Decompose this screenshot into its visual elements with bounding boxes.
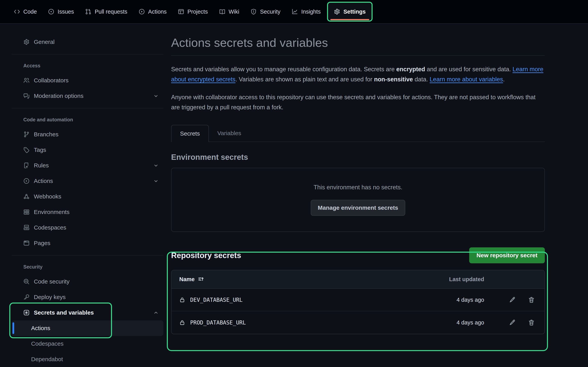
name-column-header[interactable]: Name [179,276,430,283]
sidebar-subitem-actions[interactable]: Actions [12,320,163,336]
webhook-icon [23,193,30,200]
nav-item-actions[interactable]: Actions [133,0,172,23]
sidebar-item-codespaces[interactable]: Codespaces [12,220,163,235]
intro-text: data. [413,76,430,83]
sidebar-item-label: Branches [34,131,59,138]
selected-indicator-bar [12,322,14,334]
page-title: Actions secrets and variables [171,36,545,50]
sidebar-item-code-security[interactable]: Code security [12,274,163,289]
nav-label: Security [260,8,280,15]
sidebar-subitem-dependabot[interactable]: Dependabot [12,351,163,367]
nav-label: Wiki [229,8,239,15]
delete-secret-button[interactable] [528,319,535,326]
nav-item-projects[interactable]: Projects [172,0,214,23]
git-pull-request-icon [85,8,91,15]
sidebar-item-label: Secrets and variables [34,309,94,316]
sidebar-item-label: Rules [34,162,49,169]
intro-text: . Variables are shown as plain text and … [235,76,374,83]
comment-discussion-icon [23,93,30,99]
nav-item-security[interactable]: Security [245,0,286,23]
intro-bold-encrypted: encrypted [396,66,425,73]
sidebar-item-label: Codespaces [31,340,64,347]
nav-label: Issues [58,8,74,15]
people-icon [23,77,30,83]
secret-updated: 4 days ago [430,319,484,326]
name-header-label: Name [179,276,195,283]
sidebar-divider [12,255,163,256]
last-updated-column-header: Last updated [430,276,484,283]
sidebar-item-label: Pages [34,240,50,246]
sidebar-item-branches[interactable]: Branches [12,127,163,142]
issue-opened-icon [48,8,54,15]
intro-text: Secrets and variables allow you to manag… [171,66,396,73]
sidebar-item-label: Codespaces [34,224,66,231]
sidebar-item-general[interactable]: General [12,34,163,50]
sidebar-item-label: Code security [34,278,69,285]
sidebar-item-moderation-options[interactable]: Moderation options [12,88,163,104]
play-circle-icon [23,178,30,184]
nav-item-code[interactable]: Code [8,0,42,23]
sidebar-divider [12,108,163,108]
server-icon [23,209,30,215]
collaborator-paragraph: Anyone with collaborator access to this … [171,92,545,112]
delete-secret-button[interactable] [528,297,535,303]
code-icon [14,8,20,15]
sidebar-item-label: Actions [34,178,53,184]
sidebar-item-label: Collaborators [34,77,69,84]
tab-secrets[interactable]: Secrets [171,125,209,142]
settings-sidebar: General Access Collaborators Moderation … [12,33,163,367]
nav-item-wiki[interactable]: Wiki [214,0,245,23]
sidebar-item-deploy-keys[interactable]: Deploy keys [12,289,163,305]
sidebar-item-label: Webhooks [34,193,61,200]
table-icon [178,8,184,15]
repo-push-icon [23,162,30,168]
secret-row-dev-database-url: DEV_DATABASE_URL 4 days ago [172,289,545,311]
link-variables[interactable]: Learn more about variables [430,76,503,83]
tab-variables[interactable]: Variables [209,125,250,142]
secrets-variables-tabs: Secrets Variables [171,125,545,142]
nav-item-insights[interactable]: Insights [286,0,326,23]
sidebar-item-tags[interactable]: Tags [12,142,163,158]
secret-name-cell: PROD_DATABASE_URL [179,319,430,326]
row-actions [484,319,537,326]
trash-icon [528,297,535,303]
sidebar-item-secrets-and-variables[interactable]: Secrets and variables [12,305,163,320]
nav-item-settings[interactable]: Settings [327,2,372,22]
new-repository-secret-button[interactable]: New repository secret [469,247,545,263]
environment-secrets-empty-box: This environment has no secrets. Manage … [171,168,545,232]
edit-secret-button[interactable] [509,319,516,326]
sidebar-item-actions[interactable]: Actions [12,173,163,189]
intro-text: . [503,76,505,83]
sidebar-item-collaborators[interactable]: Collaborators [12,73,163,88]
title-divider [171,55,545,56]
sidebar-item-webhooks[interactable]: Webhooks [12,189,163,204]
sidebar-subitem-codespaces[interactable]: Codespaces [12,336,163,351]
chevron-up-icon [153,310,159,315]
chevron-down-icon [153,93,159,99]
nav-label: Actions [148,8,167,15]
key-icon [23,294,30,300]
edit-secret-button[interactable] [509,297,516,303]
codescan-icon [23,278,30,285]
nav-item-pull-requests[interactable]: Pull requests [79,0,133,23]
pencil-icon [509,319,516,326]
environment-secrets-heading: Environment secrets [171,153,545,162]
play-circle-icon [139,8,145,15]
chevron-down-icon [153,178,159,184]
repository-secrets-header: Repository secrets New repository secret [171,247,545,263]
shield-icon [251,8,257,15]
sidebar-item-rules[interactable]: Rules [12,158,163,173]
pencil-icon [509,297,516,303]
sidebar-item-environments[interactable]: Environments [12,204,163,220]
main-content: Actions secrets and variables Secrets an… [171,33,545,334]
gear-icon [334,8,340,15]
gear-icon [23,39,30,45]
nav-item-issues[interactable]: Issues [42,0,79,23]
sidebar-item-pages[interactable]: Pages [12,235,163,251]
book-icon [219,8,225,15]
lock-icon [179,297,185,303]
trash-icon [528,319,535,326]
browser-icon [23,240,30,246]
manage-environment-secrets-button[interactable]: Manage environment secrets [311,200,405,216]
repository-secrets-table: Name Last updated DEV_DATABASE_URL 4 day… [171,270,545,334]
